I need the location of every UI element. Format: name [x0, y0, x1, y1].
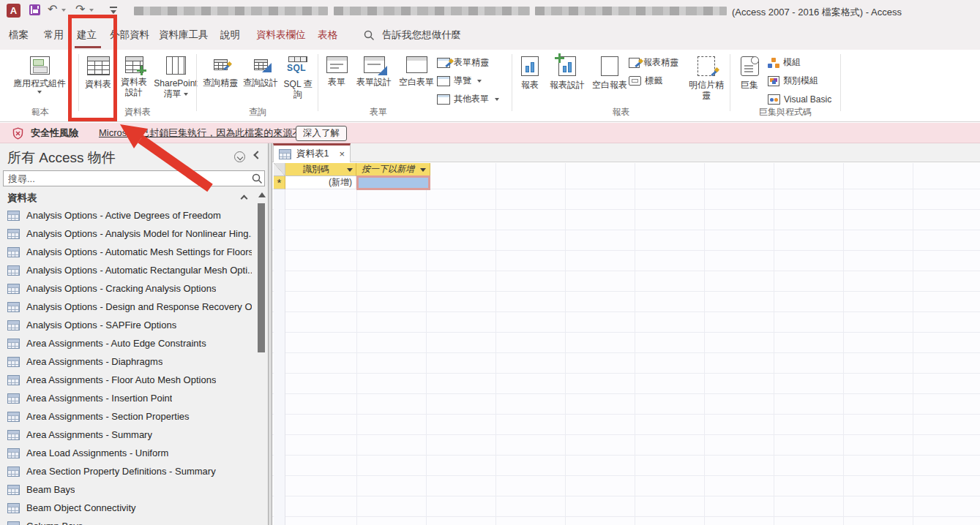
navigation-pane: 所有 Access 物件 資料表 Analysis Options - Acti… — [0, 143, 268, 525]
blank-form-button[interactable]: 空白表單 — [396, 50, 437, 108]
blank-report-button[interactable]: 空白報表 — [589, 50, 630, 108]
nav-pane-collapse-icon[interactable] — [253, 151, 261, 159]
tab-help[interactable]: 說明 — [220, 29, 240, 42]
module-icon — [768, 58, 779, 68]
macro-button[interactable]: 巨集 — [734, 50, 765, 108]
app-parts-button[interactable]: 應用程式組件 — [4, 50, 75, 108]
module-button[interactable]: 模組 — [768, 53, 831, 72]
table-button[interactable]: 資料表 — [81, 50, 115, 108]
redo-icon[interactable]: ↷ — [75, 2, 85, 16]
column-header-id[interactable]: 識別碼 — [285, 163, 356, 176]
query-wizard-button[interactable]: 查詢精靈 — [201, 50, 239, 108]
nav-scrollbar[interactable] — [256, 190, 267, 525]
form-design-button[interactable]: 表單設計 — [354, 50, 394, 108]
form-wizard-button[interactable]: 表單精靈 — [437, 53, 499, 72]
table-design-button[interactable]: 資料表設計 — [117, 50, 151, 108]
group-separator — [318, 54, 318, 111]
list-item[interactable]: Analysis Options - SAPFire Options — [7, 316, 252, 334]
record-selector-column — [274, 189, 285, 525]
list-item[interactable]: Analysis Options - Automatic Mesh Settin… — [7, 243, 252, 261]
table-icon — [7, 503, 20, 513]
group-separator — [78, 54, 79, 111]
tab-home[interactable]: 常用 — [44, 29, 64, 42]
list-item[interactable]: Area Assignments - Auto Edge Constraints — [7, 334, 252, 352]
section-collapse-icon[interactable] — [241, 195, 248, 203]
datasheet-select-all-corner[interactable] — [274, 163, 285, 176]
report-icon — [521, 56, 539, 76]
labels-icon — [629, 76, 641, 86]
save-icon[interactable] — [29, 4, 40, 15]
nav-pane-title: 所有 Access 物件 — [7, 148, 116, 167]
blank-report-icon — [601, 56, 618, 76]
list-item[interactable]: Analysis Options - Design and Response R… — [7, 298, 252, 316]
report-wizard-button[interactable]: 報表精靈 — [629, 53, 678, 72]
column-dropdown-icon[interactable] — [420, 168, 426, 172]
more-forms-button[interactable]: 其他表單 — [437, 90, 499, 108]
scroll-thumb[interactable] — [258, 203, 265, 352]
visual-basic-icon — [768, 94, 780, 105]
postcard-wizard-button[interactable]: 明信片精靈 — [687, 50, 725, 108]
list-item[interactable]: Analysis Options - Automatic Rectangular… — [7, 261, 252, 279]
list-item[interactable]: Area Assignments - Insertion Point — [7, 389, 252, 407]
tab-database-tools[interactable]: 資料庫工具 — [159, 29, 209, 42]
class-module-button[interactable]: 類別模組 — [768, 72, 831, 90]
list-item[interactable]: Area Assignments - Section Properties — [7, 407, 252, 426]
tab-file[interactable]: 檔案 — [9, 29, 29, 42]
list-item[interactable]: Analysis Options - Cracking Analysis Opt… — [7, 279, 252, 298]
more-forms-icon — [437, 94, 450, 105]
tab-table-fields[interactable]: 資料表欄位 — [256, 29, 306, 42]
table-icon — [7, 430, 20, 440]
list-item[interactable]: Analysis Options - Analysis Model for No… — [7, 224, 252, 243]
new-record-id-cell[interactable]: (新增) — [285, 176, 356, 189]
scroll-up-icon[interactable] — [258, 192, 266, 197]
tab-create[interactable]: 建立 — [77, 29, 97, 42]
search-input[interactable] — [3, 170, 265, 186]
selected-new-cell[interactable] — [356, 175, 430, 190]
table-icon — [7, 521, 20, 525]
close-icon[interactable]: × — [339, 149, 345, 159]
form-button[interactable]: 表單 — [321, 50, 352, 108]
table-icon — [7, 302, 20, 312]
report-button[interactable]: 報表 — [515, 50, 545, 108]
search-icon — [252, 173, 263, 184]
list-item[interactable]: Beam Bays — [7, 480, 252, 499]
table-icon — [87, 56, 110, 75]
navigation-button[interactable]: 導覽 — [437, 72, 499, 90]
document-tab-table1[interactable]: 資料表1 × — [273, 143, 351, 162]
sql-query-button[interactable]: SQL SQL 查詢 — [282, 50, 314, 108]
table-icon — [7, 339, 20, 349]
query-design-button[interactable]: 查詢設計 — [242, 50, 280, 108]
list-item[interactable]: Area Assignments - Diaphragms — [7, 352, 252, 371]
tab-external-data[interactable]: 外部資料 — [110, 29, 149, 42]
table-icon — [7, 284, 20, 294]
sharepoint-lists-icon — [166, 56, 186, 75]
group-label-macros-code: 巨集與程式碼 — [731, 106, 839, 118]
list-item[interactable]: Analysis Options - Active Degrees of Fre… — [7, 206, 252, 224]
undo-dropdown-icon[interactable] — [61, 9, 66, 12]
tab-table[interactable]: 表格 — [318, 29, 337, 42]
list-item[interactable]: Area Assignments - Floor Auto Mesh Optio… — [7, 371, 252, 389]
learn-more-button[interactable]: 深入了解 — [296, 126, 347, 141]
redo-dropdown-icon[interactable] — [89, 9, 94, 12]
column-dropdown-icon[interactable] — [347, 168, 353, 172]
column-header-click-to-add[interactable]: 按一下以新增 — [356, 163, 430, 176]
list-item[interactable]: Column Bays — [7, 517, 252, 525]
table-icon — [7, 357, 20, 367]
undo-icon[interactable]: ↶ — [48, 2, 57, 16]
sharepoint-lists-button[interactable]: SharePoint 清單 — [153, 50, 198, 108]
new-record-selector[interactable]: * — [274, 176, 285, 189]
document-tab-strip — [272, 143, 980, 162]
report-design-button[interactable]: 報表設計 — [547, 50, 587, 108]
form-icon — [326, 56, 348, 73]
labels-button[interactable]: 標籤 — [629, 72, 678, 90]
customize-quick-access-toolbar-icon[interactable] — [110, 7, 117, 8]
list-item[interactable]: Area Load Assignments - Uniform — [7, 444, 252, 462]
list-item[interactable]: Area Assignments - Summary — [7, 426, 252, 444]
list-item[interactable]: Area Section Property Definitions - Summ… — [7, 462, 252, 480]
app-parts-icon — [30, 56, 50, 75]
access-window: A ↶ ↷ (Access 2007 - 2016 檔案格式) - Access… — [0, 0, 980, 525]
tell-me-search[interactable]: 告訴我您想做什麼 — [382, 29, 461, 42]
nav-pane-menu-icon[interactable] — [234, 151, 245, 162]
list-item[interactable]: Beam Object Connectivity — [7, 499, 252, 517]
section-header-tables[interactable]: 資料表 — [7, 192, 37, 205]
